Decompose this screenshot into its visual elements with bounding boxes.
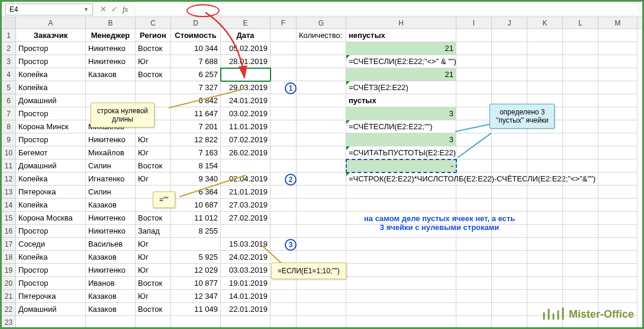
cell-C15[interactable]: Восток (136, 212, 171, 225)
cell-G8[interactable] (297, 120, 346, 133)
cell-C21[interactable]: Юг (136, 290, 171, 303)
cell-M8[interactable] (598, 120, 637, 133)
cell-B18[interactable]: Казаков (86, 251, 136, 264)
cell-F7[interactable] (271, 107, 297, 120)
row-header[interactable]: 9 (2, 133, 16, 146)
cell-J9[interactable] (492, 133, 527, 146)
cell-F21[interactable] (271, 290, 297, 303)
cell-A2[interactable]: Простор (16, 42, 86, 55)
accept-icon[interactable]: ✓ (111, 5, 118, 14)
cell-G23[interactable] (297, 316, 346, 329)
cell-E22[interactable]: 22.01.2019 (221, 303, 271, 316)
col-header[interactable]: A (16, 17, 86, 28)
cell-B2[interactable]: Никитенко (86, 42, 136, 55)
col-header[interactable]: K (527, 17, 563, 28)
cell-A14[interactable]: Копейка (16, 199, 86, 212)
cell-G14[interactable] (297, 199, 346, 212)
cell-M12[interactable] (598, 173, 637, 186)
cell-D8[interactable]: 7 201 (171, 120, 221, 133)
cell-C18[interactable]: Юг (136, 251, 171, 264)
cell-A23[interactable] (16, 316, 86, 329)
cell-K1[interactable] (527, 29, 563, 42)
name-box[interactable]: E4 ▼ (5, 4, 93, 15)
cell-J19[interactable] (492, 264, 527, 277)
cell-E21[interactable]: 14.01.2019 (221, 290, 271, 303)
cell-M4[interactable] (598, 68, 637, 81)
cell-D21[interactable]: 12 347 (171, 290, 221, 303)
cell-M13[interactable] (598, 186, 637, 199)
col-header[interactable]: H (346, 17, 456, 28)
cell-H5[interactable]: =СЧЁТЗ(E2:E22) (346, 81, 456, 94)
cell-C10[interactable]: Юг (136, 146, 171, 159)
cell-L5[interactable] (563, 81, 598, 94)
cell-B9[interactable]: Никитенко (86, 133, 136, 146)
cancel-icon[interactable]: ✕ (100, 5, 107, 14)
cell-F11[interactable] (271, 159, 297, 173)
cell-L9[interactable] (563, 133, 598, 146)
cell-H12[interactable]: =ЧСТРОК(E2:E22)*ЧИСЛСТОЛБ(E2:E22)-СЧЁТЕС… (346, 173, 456, 186)
cell-L13[interactable] (563, 186, 598, 199)
cell-K21[interactable] (527, 290, 563, 303)
cell-C5[interactable] (136, 81, 171, 94)
cell-G22[interactable] (297, 303, 346, 316)
cell-H7[interactable]: 3 (346, 107, 456, 120)
cell-G5[interactable] (297, 81, 346, 94)
cell-H3[interactable]: =СЧЁТЕСЛИ(E2:E22;"<>" & "") (346, 55, 456, 68)
cell-L21[interactable] (563, 290, 598, 303)
cell-G10[interactable] (297, 146, 346, 159)
cell-J5[interactable] (492, 81, 527, 94)
col-header[interactable]: L (563, 17, 598, 28)
cell-A10[interactable]: Бегемот (16, 146, 86, 159)
cell-A20[interactable]: Простор (16, 277, 86, 290)
cell-J3[interactable] (492, 55, 527, 68)
cell-M18[interactable] (598, 251, 637, 264)
cell-M21[interactable] (598, 290, 637, 303)
cell-D19[interactable]: 12 029 (171, 264, 221, 277)
cell-L17[interactable] (563, 238, 598, 251)
cell-F10[interactable] (271, 146, 297, 159)
cell-M1[interactable] (598, 29, 637, 42)
cell-K19[interactable] (527, 264, 563, 277)
cell-D14[interactable]: 10 687 (171, 199, 221, 212)
cell-G15[interactable] (297, 212, 346, 225)
cell-G13[interactable] (297, 186, 346, 199)
cell-M19[interactable] (598, 264, 637, 277)
cell-F6[interactable] (271, 94, 297, 107)
cell-I5[interactable] (456, 81, 492, 94)
cell-L6[interactable] (563, 94, 598, 107)
cell-K3[interactable] (527, 55, 563, 68)
cell-E6[interactable]: 24.01.2019 (221, 94, 271, 107)
cell-L15[interactable] (563, 212, 598, 225)
cell-C4[interactable]: Восток (136, 68, 171, 81)
cell-H18[interactable] (346, 251, 456, 264)
cell-C1[interactable]: Регион (136, 29, 171, 42)
cell-H13[interactable] (346, 186, 456, 199)
cell-B14[interactable]: Казаков (86, 199, 136, 212)
row-header[interactable]: 19 (2, 264, 16, 277)
cell-F1[interactable] (271, 29, 297, 42)
row-header[interactable]: 16 (2, 225, 16, 238)
cell-G21[interactable] (297, 290, 346, 303)
cell-J13[interactable] (492, 186, 527, 199)
cell-F16[interactable] (271, 225, 297, 238)
cell-B19[interactable]: Никитенко (86, 264, 136, 277)
cell-L11[interactable] (563, 159, 598, 173)
cell-E15[interactable]: 27.02.2019 (221, 212, 271, 225)
cell-J10[interactable] (492, 146, 527, 159)
col-header[interactable]: G (297, 17, 346, 28)
cell-H9[interactable]: 3 (346, 133, 456, 146)
cell-F9[interactable] (271, 133, 297, 146)
cell-C23[interactable] (136, 316, 171, 329)
cell-D10[interactable]: 7 163 (171, 146, 221, 159)
cell-B10[interactable]: Михайлов (86, 146, 136, 159)
cell-D18[interactable]: 5 925 (171, 251, 221, 264)
row-header[interactable]: 10 (2, 146, 16, 159)
cell-K11[interactable] (527, 159, 563, 173)
cell-I20[interactable] (456, 277, 492, 290)
cell-D22[interactable]: 11 049 (171, 303, 221, 316)
cell-D20[interactable]: 10 877 (171, 277, 221, 290)
cell-I14[interactable] (456, 199, 492, 212)
cell-L14[interactable] (563, 199, 598, 212)
cell-E8[interactable]: 11.01.2019 (221, 120, 271, 133)
cell-K5[interactable] (527, 81, 563, 94)
